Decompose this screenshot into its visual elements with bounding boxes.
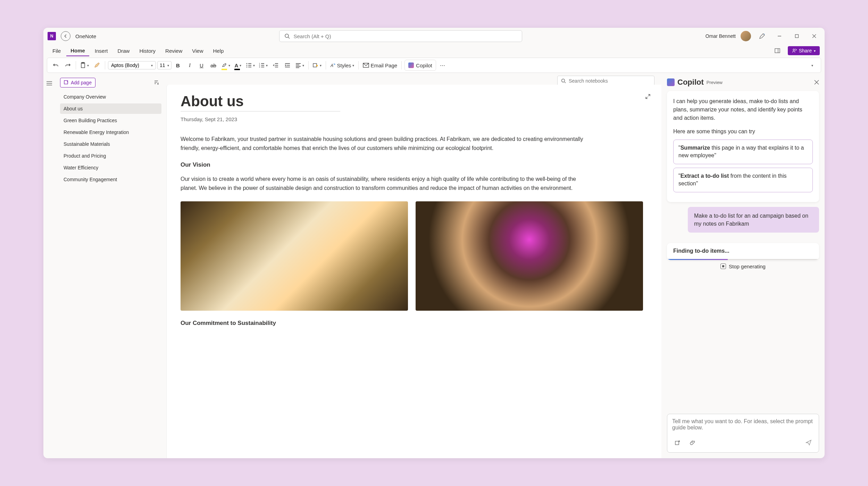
svg-point-9: [793, 49, 794, 50]
redo-icon: [65, 62, 70, 68]
chevron-down-icon: ▾: [302, 64, 304, 67]
align-button[interactable]: ▾: [294, 60, 306, 71]
content-image[interactable]: [416, 201, 643, 311]
commitment-heading[interactable]: Our Commitment to Sustainability: [181, 320, 648, 327]
close-icon: [814, 80, 819, 85]
font-select[interactable]: Aptos (Body)▾: [108, 61, 156, 69]
tag-star-icon: [313, 62, 318, 68]
user-message: Make a to-do list for an ad campaign bas…: [688, 207, 819, 233]
underline-button[interactable]: U: [197, 60, 207, 71]
send-icon: [806, 439, 812, 446]
intro-paragraph[interactable]: Welcome to Fabrikam, your trusted partne…: [181, 135, 590, 152]
nav-toggle-button[interactable]: [44, 78, 55, 89]
vision-heading[interactable]: Our Vision: [181, 161, 648, 168]
add-page-button[interactable]: Add page: [60, 78, 95, 87]
global-search[interactable]: [279, 30, 522, 42]
format-painter-button[interactable]: [92, 60, 102, 71]
align-icon: [295, 62, 301, 68]
send-button[interactable]: [803, 437, 814, 448]
share-button[interactable]: Share ▾: [788, 46, 820, 55]
app-icon: N: [48, 32, 56, 40]
ribbon-mode-button[interactable]: [771, 44, 784, 57]
bold-button[interactable]: B: [173, 60, 183, 71]
avatar[interactable]: [741, 31, 751, 41]
page-item[interactable]: Product and Pricing: [60, 151, 161, 161]
page-item[interactable]: Renewable Energy Integration: [60, 127, 161, 137]
back-button[interactable]: [61, 31, 70, 41]
search-icon: [284, 33, 290, 39]
page-item[interactable]: Company Overview: [60, 92, 161, 102]
maximize-button[interactable]: [791, 30, 803, 42]
tab-file[interactable]: File: [48, 46, 65, 56]
minimize-button[interactable]: [773, 30, 786, 42]
paperclip-icon: [690, 440, 695, 445]
sparkle-book-icon: [675, 440, 680, 445]
copilot-intro-text: I can help you generate ideas, make to-d…: [673, 97, 813, 122]
sort-button[interactable]: [151, 77, 161, 88]
sort-icon: [154, 80, 159, 85]
email-page-button[interactable]: Email Page: [361, 60, 399, 71]
ribbon-collapse-button[interactable]: ▾: [807, 60, 817, 71]
prompt-guide-button[interactable]: [672, 437, 683, 448]
page-item[interactable]: Sustainable Materials: [60, 139, 161, 149]
page-title[interactable]: About us: [181, 93, 648, 110]
undo-button[interactable]: [51, 60, 61, 71]
outdent-button[interactable]: [270, 60, 281, 71]
envelope-icon: [363, 63, 369, 68]
tab-view[interactable]: View: [188, 46, 207, 56]
page-item[interactable]: Water Efficiency: [60, 162, 161, 173]
copilot-textarea[interactable]: [672, 418, 814, 434]
page-item[interactable]: Community Engagement: [60, 174, 161, 185]
svg-rect-4: [795, 35, 799, 38]
copilot-close-button[interactable]: [814, 80, 819, 85]
indent-button[interactable]: [282, 60, 293, 71]
page-item[interactable]: About us: [60, 103, 161, 114]
outdent-icon: [273, 62, 278, 68]
chevron-down-icon: ▾: [240, 64, 241, 67]
copilot-ribbon-button[interactable]: Copilot: [404, 60, 436, 71]
tab-draw[interactable]: Draw: [113, 46, 134, 56]
suggestion-extract-todo[interactable]: "Extract a to-do list from the content i…: [673, 168, 813, 192]
copilot-icon: [408, 62, 414, 68]
search-input[interactable]: [293, 33, 517, 39]
vision-paragraph[interactable]: Our vision is to create a world where ev…: [181, 175, 590, 192]
tags-button[interactable]: ▾: [311, 60, 323, 71]
editor-canvas[interactable]: About us Thursday, Sept 21, 2023 Welcome…: [166, 85, 661, 458]
chevron-down-icon: ▾: [167, 64, 169, 67]
copilot-input-area[interactable]: [667, 414, 819, 453]
copilot-intro-card: I can help you generate ideas, make to-d…: [667, 91, 819, 202]
tab-review[interactable]: Review: [161, 46, 186, 56]
font-color-button[interactable]: A▾: [233, 60, 243, 71]
pen-sparkle-icon: [759, 33, 765, 39]
paste-button[interactable]: ▾: [79, 60, 90, 71]
chevron-down-icon: ▾: [811, 64, 813, 67]
pen-mode-button[interactable]: [756, 30, 768, 42]
svg-text:A: A: [330, 63, 333, 68]
paintbrush-icon: [94, 62, 100, 68]
close-button[interactable]: [808, 30, 820, 42]
page-item[interactable]: Green Building Practices: [60, 115, 161, 126]
more-button[interactable]: ⋯: [437, 60, 448, 71]
stop-generating-button[interactable]: Stop generating: [667, 263, 819, 269]
svg-point-0: [285, 34, 289, 37]
expand-button[interactable]: [643, 91, 653, 102]
person-share-icon: [792, 48, 797, 53]
font-size-select[interactable]: 11▾: [157, 61, 172, 69]
chevron-down-icon: ▾: [352, 64, 354, 67]
strikethrough-button[interactable]: ab: [208, 60, 219, 71]
notebook-search-input[interactable]: [569, 78, 651, 84]
tab-help[interactable]: Help: [209, 46, 228, 56]
svg-point-44: [562, 79, 565, 82]
content-image[interactable]: [181, 201, 408, 311]
tab-insert[interactable]: Insert: [91, 46, 112, 56]
italic-button[interactable]: I: [185, 60, 195, 71]
styles-button[interactable]: AStyles▾: [329, 60, 356, 71]
number-list-button[interactable]: 123▾: [258, 60, 269, 71]
bullet-list-button[interactable]: ▾: [245, 60, 256, 71]
highlight-button[interactable]: ▾: [220, 60, 232, 71]
suggestion-summarize[interactable]: "Summarize this page in a way that expla…: [673, 140, 813, 164]
attach-button[interactable]: [687, 437, 698, 448]
tab-history[interactable]: History: [135, 46, 160, 56]
redo-button[interactable]: [62, 60, 73, 71]
tab-home[interactable]: Home: [66, 45, 89, 56]
